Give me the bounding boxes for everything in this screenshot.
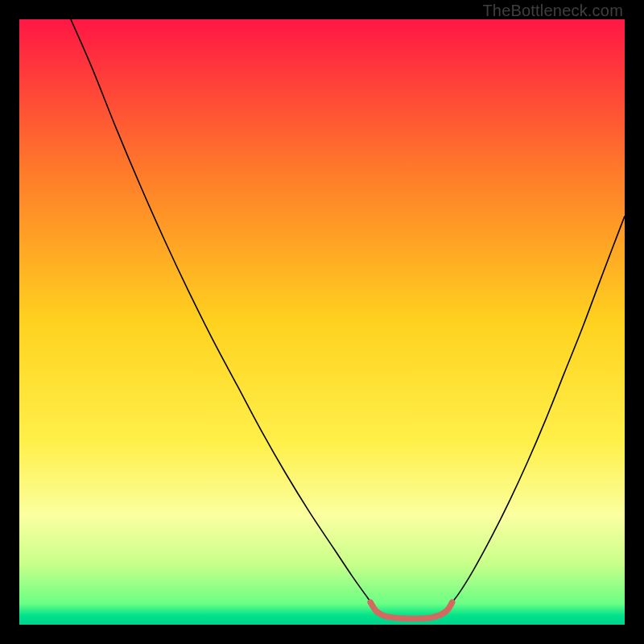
bottleneck-curve-chart xyxy=(19,19,625,625)
chart-frame: TheBottleneck.com xyxy=(0,0,644,644)
gradient-background xyxy=(19,19,625,625)
watermark-text: TheBottleneck.com xyxy=(482,2,623,20)
plot-area xyxy=(19,19,625,625)
